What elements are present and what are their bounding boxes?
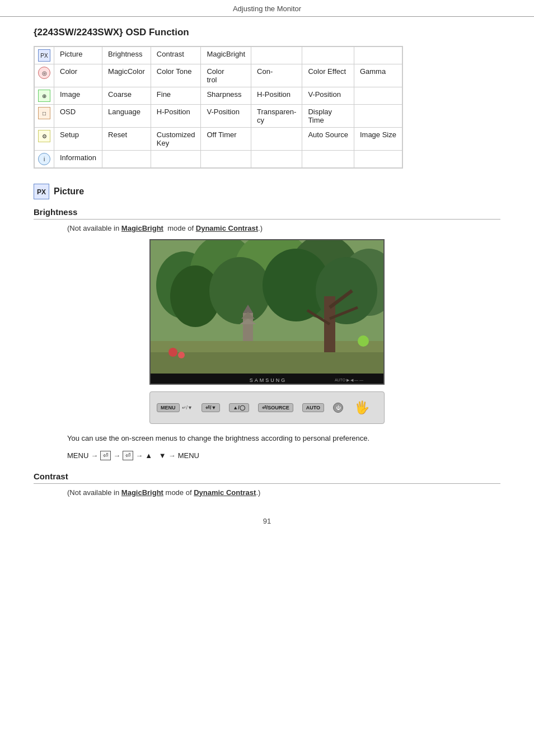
col-autosource: Auto Source bbox=[302, 128, 354, 151]
auto-button[interactable]: AUTO bbox=[302, 403, 324, 412]
table-row: ◎ Color MagicColor Color Tone Colortrol … bbox=[35, 64, 402, 87]
button-bar: MENU ↵/▼ ⏎/▼ ▲/◯ ⏎/SOURCE AUTO ⏻ 🖐 bbox=[149, 391, 385, 424]
up-group: ▲/◯ bbox=[229, 403, 249, 412]
row-label: Picture bbox=[54, 47, 102, 64]
brightness-menu-path: MENU → ⏎ → ⏎ → ▲ ▼ → MENU bbox=[67, 451, 500, 460]
col-customkey: CustomizedKey bbox=[151, 128, 201, 151]
col-vpos2: V-Position bbox=[201, 105, 251, 128]
svg-point-20 bbox=[168, 348, 177, 357]
menu-sub: ↵/▼ bbox=[182, 405, 193, 410]
auto-group: AUTO bbox=[302, 403, 324, 412]
col-colortone: Color Tone bbox=[151, 64, 201, 87]
svg-point-21 bbox=[178, 352, 185, 358]
section-main-title: {2243SW/2243SWX} OSD Function bbox=[34, 27, 500, 38]
page-number: 91 bbox=[263, 517, 271, 525]
col-imagesize: Image Size bbox=[354, 128, 402, 151]
col-displaytime: DisplayTime bbox=[302, 105, 354, 128]
picture-header-icon: PX bbox=[34, 184, 49, 199]
arrow3: → bbox=[135, 451, 143, 460]
row-label: OSD bbox=[54, 105, 102, 128]
col-language: Language bbox=[102, 105, 151, 128]
color-icon: ◎ bbox=[38, 67, 50, 79]
col-hpos2: H-Position bbox=[151, 105, 201, 128]
col-color: Colortrol bbox=[201, 64, 251, 87]
col-gamma: Gamma bbox=[354, 64, 402, 87]
col-fine: Fine bbox=[151, 87, 201, 105]
nav-group: ⏎/▼ bbox=[202, 403, 220, 412]
key-enter2: ⏎ bbox=[123, 451, 133, 460]
col-con: Con- bbox=[251, 64, 302, 87]
svg-point-22 bbox=[358, 335, 369, 347]
magicbright-ref: MagicBright bbox=[121, 224, 163, 232]
col-hpos: H-Position bbox=[251, 87, 302, 105]
dynamic-contrast-ref: Dynamic Contrast bbox=[196, 224, 258, 232]
col-brightness: Brightness bbox=[102, 47, 151, 64]
picture-header: PX Picture bbox=[34, 184, 500, 199]
monitor-controls-text: AUTO ▶ ◀ — — bbox=[335, 378, 363, 382]
monitor-screen: SAMSUNG AUTO ▶ ◀ — — bbox=[149, 239, 385, 385]
monitor-image-container: SAMSUNG AUTO ▶ ◀ — — MENU ↵/▼ ⏎/▼ ▲/◯ ⏎/… bbox=[34, 239, 500, 424]
key-enter1: ⏎ bbox=[100, 451, 111, 460]
contrast-title: Contrast bbox=[34, 472, 500, 484]
brightness-title: Brightness bbox=[34, 207, 500, 220]
table-row: PX Picture Brightness Contrast MagicBrig… bbox=[35, 47, 402, 64]
page-footer: 91 bbox=[0, 508, 534, 534]
menu-end: MENU bbox=[178, 451, 199, 460]
dynamic-contrast-ref2: Dynamic Contrast bbox=[194, 488, 256, 497]
down-arrow: ▼ bbox=[159, 451, 166, 460]
space bbox=[154, 451, 157, 460]
table-row: □ OSD Language H-Position V-Position Tra… bbox=[35, 105, 402, 128]
garden-svg: SAMSUNG AUTO ▶ ◀ — — bbox=[151, 240, 385, 385]
magicbright-ref2: MagicBright bbox=[121, 488, 163, 497]
col-magicbright: MagicBright bbox=[201, 47, 251, 64]
menu-group: MENU ↵/▼ bbox=[157, 403, 193, 412]
up-arrow: ▲ bbox=[145, 451, 152, 460]
header-title: Adjusting the Monitor bbox=[233, 4, 301, 13]
row-label: Information bbox=[54, 151, 102, 168]
hand-icon: 🖐 bbox=[354, 400, 369, 415]
power-group: ⏻ bbox=[333, 403, 343, 413]
page-header: Adjusting the Monitor bbox=[0, 0, 534, 17]
col-contrast: Contrast bbox=[151, 47, 201, 64]
table-row: ⊕ Image Coarse Fine Sharpness H-Position… bbox=[35, 87, 402, 105]
col-coloreffect: Color Effect bbox=[302, 64, 354, 87]
setup-icon: ⚙ bbox=[38, 130, 50, 142]
menu-button[interactable]: MENU bbox=[157, 403, 180, 412]
menu-word: MENU bbox=[67, 451, 88, 460]
col-reset: Reset bbox=[102, 128, 151, 151]
col-transparency: Transparen-cy bbox=[251, 105, 302, 128]
page-content: {2243SW/2243SWX} OSD Function PX Picture… bbox=[0, 27, 534, 497]
info-icon: i bbox=[38, 153, 50, 165]
picture-title: Picture bbox=[54, 186, 84, 197]
col-coarse: Coarse bbox=[102, 87, 151, 105]
osd-table: PX Picture Brightness Contrast MagicBrig… bbox=[34, 46, 403, 169]
source-button[interactable]: ⏎/SOURCE bbox=[258, 403, 293, 412]
nav-button[interactable]: ⏎/▼ bbox=[202, 403, 220, 412]
col-magiccolor: MagicColor bbox=[102, 64, 151, 87]
table-row: i Information bbox=[35, 151, 402, 168]
brightness-note: (Not available in MagicBright mode of Dy… bbox=[67, 224, 500, 232]
row-label: Setup bbox=[54, 128, 102, 151]
col-offtimer: Off Timer bbox=[201, 128, 251, 151]
row-label: Color bbox=[54, 64, 102, 87]
picture-icon: PX bbox=[38, 49, 50, 62]
arrow1: → bbox=[91, 451, 98, 460]
image-icon: ⊕ bbox=[38, 90, 50, 102]
arrow4: → bbox=[168, 451, 176, 460]
up-button[interactable]: ▲/◯ bbox=[229, 403, 249, 412]
power-button[interactable]: ⏻ bbox=[333, 403, 343, 413]
monitor-brand-text: SAMSUNG bbox=[250, 377, 287, 383]
svg-point-7 bbox=[209, 257, 271, 324]
brightness-description: You can use the on-screen menus to chang… bbox=[67, 433, 403, 444]
contrast-note: (Not available in MagicBright mode of Dy… bbox=[67, 488, 500, 497]
row-label: Image bbox=[54, 87, 102, 105]
osd-icon: □ bbox=[38, 107, 50, 119]
source-group: ⏎/SOURCE bbox=[258, 403, 293, 412]
col-sharpness: Sharpness bbox=[201, 87, 251, 105]
contrast-section: Contrast (Not available in MagicBright m… bbox=[34, 472, 500, 497]
col-vpos: V-Position bbox=[302, 87, 354, 105]
table-row: ⚙ Setup Reset CustomizedKey Off Timer Au… bbox=[35, 128, 402, 151]
arrow2: → bbox=[113, 451, 120, 460]
